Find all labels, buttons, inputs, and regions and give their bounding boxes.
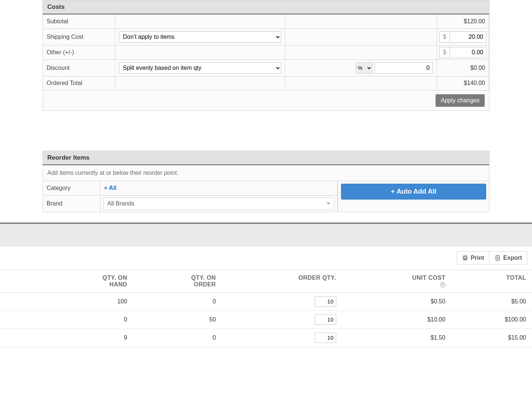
costs-title: Costs (43, 0, 489, 14)
cell-unit-cost: $0.50 (342, 292, 451, 310)
order-qty-input[interactable] (315, 314, 336, 325)
brand-select[interactable]: All Brands (103, 197, 335, 210)
brand-value: All Brands (108, 200, 134, 207)
shipping-label: Shipping Cost (43, 28, 115, 45)
print-icon (462, 255, 468, 261)
shipping-row: Shipping Cost Don't apply to items $ (43, 28, 489, 45)
cell-qty-on-hand: 100 (44, 292, 133, 310)
table-row: 90$1.50$15.00 (0, 329, 532, 347)
ordered-total-label: Ordered Total (43, 76, 115, 90)
apply-changes-button[interactable]: Apply changes (436, 94, 485, 107)
shipping-amount-input[interactable] (450, 31, 487, 42)
chevron-down-icon (327, 203, 330, 205)
cell-qty-on-hand: 0 (44, 310, 133, 329)
print-label: Print (471, 255, 484, 261)
cell-qty-on-order: 0 (133, 292, 222, 310)
cell-order-qty (222, 292, 342, 310)
col-qty-on-order: QTY. ONORDER (133, 270, 222, 292)
category-label: Category (43, 181, 100, 195)
help-icon[interactable]: ? (440, 282, 446, 288)
items-table: QTY. ONHAND QTY. ONORDER ORDER QTY. UNIT… (0, 270, 532, 347)
plus-icon: + (104, 185, 108, 191)
items-toolbar: Print Export (0, 246, 532, 270)
reorder-title: Reorder Items (43, 151, 489, 165)
cell-unit-cost: $10.00 (342, 310, 451, 329)
cell-qty-on-hand: 9 (44, 329, 133, 347)
discount-label: Discount (43, 59, 115, 76)
auto-add-all-button[interactable]: +Auto Add All (341, 184, 486, 200)
col-order-qty: ORDER QTY. (222, 270, 342, 292)
section-header-band (0, 224, 532, 246)
other-row: Other (+/-) $ (43, 45, 489, 59)
subtotal-value: $120.00 (437, 14, 489, 28)
other-label: Other (+/-) (43, 45, 115, 59)
print-button[interactable]: Print (457, 251, 490, 265)
col-total: TOTAL (451, 270, 532, 292)
auto-add-label: Auto Add All (396, 188, 436, 195)
cell-order-qty (222, 329, 342, 347)
reorder-panel: Reorder Items Add items currently at or … (42, 151, 490, 212)
costs-panel: Costs Subtotal $120.00 Shipping Cost Don… (42, 0, 490, 111)
discount-value: $0.00 (437, 59, 489, 76)
discount-unit-select[interactable]: % (356, 62, 372, 74)
col-qty-on-hand: QTY. ONHAND (44, 270, 133, 292)
cell-qty-on-order: 0 (133, 329, 222, 347)
order-qty-input[interactable] (315, 333, 336, 343)
table-row: 050$10.00$100.00 (0, 310, 532, 329)
plus-icon: + (391, 188, 395, 195)
subtotal-label: Subtotal (43, 14, 115, 28)
currency-symbol: $ (439, 47, 450, 58)
col-unit-cost: UNIT COST ? (342, 270, 451, 292)
table-row: 1000$0.50$5.00 (0, 292, 532, 310)
ordered-total-value: $140.00 (437, 76, 489, 90)
currency-symbol: $ (439, 31, 450, 42)
shipping-method-select[interactable]: Don't apply to items (119, 31, 281, 42)
export-icon (495, 255, 501, 261)
reorder-description: Add items currently at or below their re… (43, 165, 489, 181)
ordered-total-row: Ordered Total $140.00 (43, 76, 489, 90)
cell-qty-on-order: 50 (133, 310, 222, 329)
cell-total: $5.00 (451, 292, 532, 310)
cell-order-qty (222, 310, 342, 329)
other-amount-input[interactable] (450, 47, 487, 58)
cell-total: $100.00 (451, 310, 532, 329)
category-filter-link[interactable]: +All (104, 185, 117, 191)
category-value: All (109, 185, 116, 191)
cell-unit-cost: $1.50 (342, 329, 451, 347)
discount-row: Discount Split evenly based on item qty … (43, 59, 489, 76)
subtotal-row: Subtotal $120.00 (43, 14, 489, 28)
brand-label: Brand (43, 195, 100, 212)
discount-amount-input[interactable] (375, 62, 433, 74)
export-label: Export (503, 255, 522, 261)
cell-total: $15.00 (451, 329, 532, 347)
discount-method-select[interactable]: Split evenly based on item qty (119, 62, 281, 74)
export-button[interactable]: Export (490, 251, 528, 265)
order-qty-input[interactable] (315, 296, 336, 307)
